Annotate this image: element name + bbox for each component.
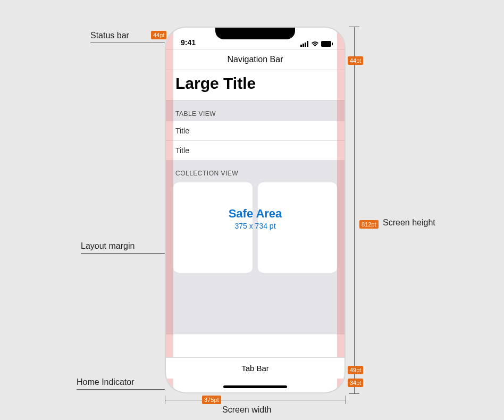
navigation-bar: Navigation Bar (166, 49, 345, 70)
phone-frame: 9:41 Navigation Bar Large Title TABLE VI… (165, 27, 346, 393)
svg-rect-4 (321, 41, 331, 47)
wifi-icon (311, 41, 319, 47)
layout-margin-label: Layout margin (81, 241, 135, 251)
home-indicator[interactable] (223, 385, 287, 388)
status-bar-height-badge: 44pt (151, 31, 166, 39)
screen-height-label: Screen height (383, 218, 435, 228)
screen-width-label: Screen width (222, 405, 272, 415)
tab-bar[interactable]: Tab Bar (166, 357, 345, 379)
svg-rect-5 (332, 43, 333, 45)
safe-area-overlay: Safe Area 375 x 734 pt (166, 207, 345, 230)
guide-line (81, 253, 172, 254)
home-indicator-label: Home Indicator (77, 377, 135, 387)
svg-rect-0 (300, 45, 302, 47)
screen-width-rule (165, 400, 346, 400)
table-row[interactable]: Title (166, 121, 345, 140)
tab-bar-height-badge: 49pt (348, 366, 363, 374)
svg-rect-1 (303, 44, 304, 47)
battery-icon (321, 41, 333, 47)
large-title: Large Title (166, 70, 345, 100)
home-indicator-height-badge: 34pt (348, 379, 363, 387)
collection-view: Safe Area 375 x 734 pt (166, 180, 345, 273)
guide-line (77, 389, 165, 390)
screen-height-rule (354, 27, 355, 393)
cellular-icon (300, 41, 309, 47)
device-notch (215, 28, 295, 39)
nav-bar-height-badge: 44pt (348, 56, 363, 65)
svg-rect-2 (305, 43, 306, 47)
tick (349, 27, 359, 27)
status-icons (300, 41, 333, 47)
status-bar-label: Status bar (90, 31, 129, 40)
safe-area-title: Safe Area (166, 207, 345, 221)
svg-rect-3 (307, 41, 308, 47)
table-view-header: TABLE VIEW (166, 100, 345, 121)
navigation-bar-title: Navigation Bar (228, 55, 283, 64)
screen-width-badge: 375pt (202, 396, 221, 404)
safe-area-subtitle: 375 x 734 pt (166, 222, 345, 230)
table-row[interactable]: Title (166, 140, 345, 160)
collection-view-header: COLLECTION VIEW (166, 160, 345, 180)
content-area: TABLE VIEW Title Title COLLECTION VIEW S… (166, 100, 345, 334)
tick (346, 396, 346, 404)
tick (165, 396, 165, 404)
guide-line (90, 43, 165, 43)
tab-bar-title: Tab Bar (241, 364, 269, 373)
screen-height-badge: 812pt (359, 220, 379, 229)
status-time: 9:41 (181, 38, 196, 47)
tick (349, 393, 359, 394)
